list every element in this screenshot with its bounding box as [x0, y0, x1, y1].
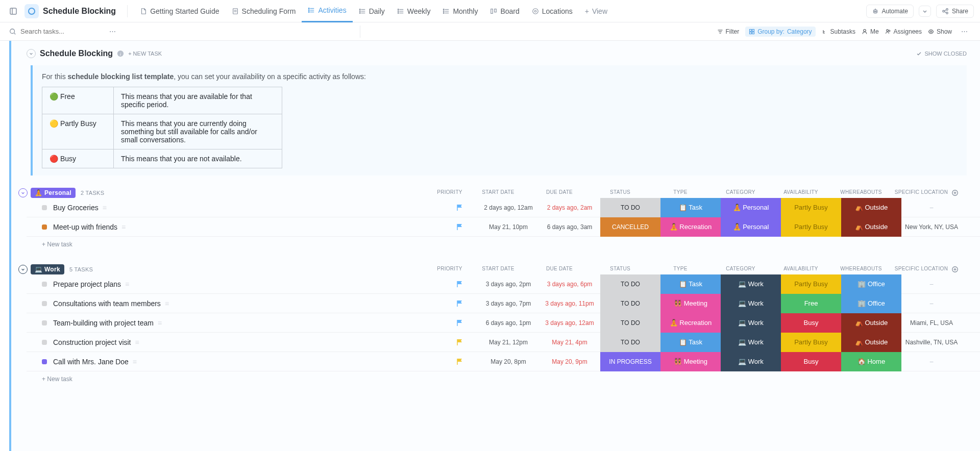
- priority-cell[interactable]: [442, 280, 478, 288]
- status-cell[interactable]: TO DO: [600, 274, 660, 294]
- availability-cell[interactable]: Partly Busy: [781, 198, 841, 217]
- col-header-whereabouts[interactable]: WHEREABOUTS: [831, 266, 891, 273]
- category-cell[interactable]: 💻 Work: [721, 294, 781, 313]
- location-cell[interactable]: –: [901, 281, 962, 288]
- task-name[interactable]: Call with Mrs. Jane Doe ≡: [53, 358, 442, 366]
- space-icon[interactable]: [24, 4, 39, 18]
- task-name[interactable]: Meet-up with friends ≡: [53, 223, 442, 231]
- category-cell[interactable]: 🧘 Personal: [721, 217, 781, 237]
- col-header-availability[interactable]: AVAILABILITY: [771, 266, 831, 273]
- status-square-icon[interactable]: [42, 224, 47, 230]
- type-cell[interactable]: 📋 Task: [660, 274, 721, 294]
- task-name[interactable]: Prepare project plans ≡: [53, 280, 442, 288]
- location-cell[interactable]: New York, NY, USA: [901, 223, 962, 231]
- assignees-button[interactable]: Assignees: [885, 28, 922, 35]
- type-cell[interactable]: 👯 Meeting: [660, 352, 721, 371]
- tab-scheduling-form[interactable]: Scheduling Form: [226, 0, 302, 22]
- task-row[interactable]: Construction project visit ≡May 21, 12pm…: [27, 333, 980, 352]
- type-cell[interactable]: 👯 Meeting: [660, 294, 721, 313]
- whereabouts-cell[interactable]: 🏢 Office: [841, 294, 901, 313]
- drag-handle-icon[interactable]: ≡: [103, 204, 107, 212]
- priority-cell[interactable]: [442, 223, 478, 231]
- page-title[interactable]: Schedule Blocking: [43, 7, 121, 16]
- col-header-due[interactable]: DUE DATE: [529, 266, 590, 273]
- new-task-header-button[interactable]: + NEW TASK: [128, 51, 162, 57]
- availability-cell[interactable]: Partly Busy: [781, 274, 841, 294]
- collapse-list-icon[interactable]: [27, 49, 36, 58]
- availability-cell[interactable]: Busy: [781, 352, 841, 371]
- subtasks-button[interactable]: Subtasks: [822, 28, 855, 35]
- status-cell[interactable]: IN PROGRESS: [600, 352, 660, 371]
- whereabouts-cell[interactable]: ⛺ Outside: [841, 333, 901, 352]
- toolbar-more-icon[interactable]: ⋯: [958, 28, 971, 35]
- col-header-location[interactable]: SPECIFIC LOCATION: [891, 266, 951, 273]
- task-row[interactable]: Call with Mrs. Jane Doe ≡May 20, 8pmMay …: [27, 352, 980, 371]
- whereabouts-cell[interactable]: ⛺ Outside: [841, 217, 901, 237]
- task-name[interactable]: Construction project visit ≡: [53, 338, 442, 346]
- priority-cell[interactable]: [442, 204, 478, 212]
- tab-daily[interactable]: Daily: [353, 0, 391, 22]
- status-cell[interactable]: CANCELLED: [600, 217, 660, 237]
- category-cell[interactable]: 💻 Work: [721, 333, 781, 352]
- start-date-cell[interactable]: 3 days ago, 2pm: [478, 281, 539, 288]
- whereabouts-cell[interactable]: 🏠 Home: [841, 352, 901, 371]
- type-cell[interactable]: 🧘 Recreation: [660, 217, 721, 237]
- status-cell[interactable]: TO DO: [600, 333, 660, 352]
- whereabouts-cell[interactable]: ⛺ Outside: [841, 198, 901, 217]
- drag-handle-icon[interactable]: ≡: [165, 299, 169, 308]
- availability-cell[interactable]: Partly Busy: [781, 217, 841, 237]
- location-cell[interactable]: Miami, FL, USA: [901, 319, 962, 327]
- due-date-cell[interactable]: 3 days ago, 12am: [539, 319, 600, 327]
- col-header-priority[interactable]: PRIORITY: [432, 266, 468, 273]
- task-row[interactable]: Consultations with team members ≡3 days …: [27, 294, 980, 313]
- col-header-start[interactable]: START DATE: [468, 189, 529, 196]
- task-row[interactable]: Buy Groceries ≡2 days ago, 12am2 days ag…: [27, 198, 980, 217]
- availability-cell[interactable]: Partly Busy: [781, 333, 841, 352]
- location-cell[interactable]: –: [901, 358, 962, 365]
- status-cell[interactable]: TO DO: [600, 294, 660, 313]
- tab-getting-started-guide[interactable]: Getting Started Guide: [134, 0, 225, 22]
- start-date-cell[interactable]: 6 days ago, 1pm: [478, 319, 539, 327]
- col-header-type[interactable]: TYPE: [650, 266, 710, 273]
- location-cell[interactable]: Nashville, TN, USA: [901, 339, 962, 346]
- drag-handle-icon[interactable]: ≡: [135, 338, 139, 346]
- drag-handle-icon[interactable]: ≡: [121, 223, 126, 231]
- col-header-priority[interactable]: PRIORITY: [432, 189, 468, 196]
- task-name[interactable]: Team-building with project team ≡: [53, 319, 442, 327]
- task-name[interactable]: Buy Groceries ≡: [53, 204, 442, 212]
- location-cell[interactable]: –: [901, 204, 962, 211]
- col-header-whereabouts[interactable]: WHEREABOUTS: [831, 189, 891, 196]
- start-date-cell[interactable]: May 20, 8pm: [478, 358, 539, 365]
- status-square-icon[interactable]: [42, 205, 47, 210]
- category-cell[interactable]: 💻 Work: [721, 352, 781, 371]
- tab-activities[interactable]: Activities: [302, 0, 352, 22]
- info-icon[interactable]: i: [117, 50, 124, 57]
- col-header-status[interactable]: STATUS: [590, 266, 650, 273]
- tab-board[interactable]: Board: [484, 0, 525, 22]
- due-date-cell[interactable]: 3 days ago, 11pm: [539, 300, 600, 307]
- status-square-icon[interactable]: [42, 301, 47, 306]
- task-row[interactable]: Team-building with project team ≡6 days …: [27, 313, 980, 333]
- priority-cell[interactable]: [442, 358, 478, 366]
- groupby-button[interactable]: Group by: Category: [745, 27, 815, 37]
- tab-locations[interactable]: Locations: [526, 0, 579, 22]
- col-header-availability[interactable]: AVAILABILITY: [771, 189, 831, 196]
- due-date-cell[interactable]: May 20, 9pm: [539, 358, 600, 365]
- search-more-icon[interactable]: ⋯: [106, 28, 119, 35]
- group-label[interactable]: 💻 Work: [31, 264, 64, 274]
- availability-cell[interactable]: Free: [781, 294, 841, 313]
- type-cell[interactable]: 🧘 Recreation: [660, 313, 721, 333]
- priority-cell[interactable]: [442, 299, 478, 308]
- col-header-location[interactable]: SPECIFIC LOCATION: [891, 189, 951, 196]
- status-cell[interactable]: TO DO: [600, 198, 660, 217]
- col-header-category[interactable]: CATEGORY: [710, 189, 771, 196]
- drag-handle-icon[interactable]: ≡: [158, 319, 162, 327]
- task-row[interactable]: Meet-up with friends ≡May 21, 10pm6 days…: [27, 217, 980, 237]
- type-cell[interactable]: 📋 Task: [660, 198, 721, 217]
- add-view-button[interactable]: +View: [579, 0, 614, 22]
- collapse-group-icon[interactable]: [18, 265, 28, 274]
- sidebar-toggle[interactable]: [6, 4, 20, 18]
- start-date-cell[interactable]: 3 days ago, 7pm: [478, 300, 539, 307]
- collapse-group-icon[interactable]: [18, 188, 28, 197]
- start-date-cell[interactable]: May 21, 10pm: [478, 223, 539, 231]
